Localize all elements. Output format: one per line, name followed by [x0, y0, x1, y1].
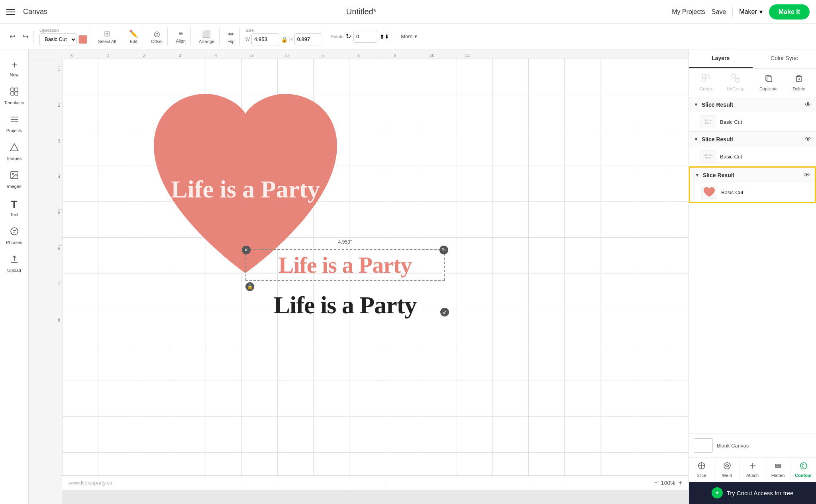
svg-rect-8 — [702, 75, 705, 78]
slice-item-1[interactable]: Life is a Party Basic Cut — [689, 112, 816, 131]
chevron-down-icon: ▾ — [414, 33, 417, 39]
slice-thumb-3 — [701, 186, 717, 199]
svg-marker-4 — [10, 144, 18, 151]
svg-rect-12 — [736, 79, 739, 82]
sidebar-item-templates[interactable]: Templates — [2, 83, 27, 109]
canvas-area[interactable]: 0 1 2 3 4 5 6 7 8 9 10 11 1 2 3 4 5 — [29, 49, 688, 504]
project-title[interactable]: Untitled* — [346, 7, 377, 16]
duplicate-icon — [764, 74, 773, 85]
cricut-banner[interactable]: ✦ Try Cricut Access for free — [689, 482, 816, 504]
eye-icon-1[interactable]: 👁 — [805, 101, 811, 108]
maker-dropdown[interactable]: Maker ▾ — [739, 8, 762, 16]
attach-button[interactable]: Attach — [740, 458, 765, 482]
shapes-icon — [10, 143, 19, 154]
undo-button[interactable]: ↩ — [7, 31, 18, 43]
ruler-left-mark-8: 8 — [58, 317, 62, 353]
more-button[interactable]: More ▾ — [398, 32, 420, 41]
dimension-label: 4.953" — [336, 239, 354, 245]
eye-icon-3[interactable]: 👁 — [804, 172, 810, 179]
size-group: Size W 🔒 H — [243, 28, 325, 45]
arrange-icon: ⬜ — [202, 29, 211, 38]
ungroup-button[interactable]: UnGroup — [724, 72, 748, 93]
my-projects-button[interactable]: My Projects — [672, 8, 705, 16]
sidebar-item-projects[interactable]: Projects — [2, 111, 27, 137]
arrange-button[interactable]: ⬜ Arrange — [196, 28, 217, 45]
tab-color-sync[interactable]: Color Sync — [753, 49, 816, 68]
select-all-group: ⊞ Select All — [93, 28, 121, 45]
flip-button[interactable]: ⇔ Flip — [225, 28, 237, 45]
sidebar-item-text[interactable]: T Text — [2, 194, 27, 221]
sidebar-item-shapes[interactable]: Shapes — [2, 139, 27, 165]
text-icon: T — [11, 198, 18, 211]
svg-rect-22 — [775, 464, 781, 465]
width-input[interactable] — [251, 33, 279, 45]
svg-rect-1 — [15, 88, 18, 91]
svg-rect-14 — [767, 77, 772, 82]
handle-top-left[interactable]: ✕ — [242, 246, 251, 254]
canvas-grid[interactable]: Life is a Party 4.953" ✕ ↻ Life is a Par… — [62, 58, 688, 490]
rotate-group: Rotate ↻ ⬆⬇ — [328, 31, 392, 43]
text-label: Text — [10, 212, 18, 217]
text-pink[interactable]: Life is a Party — [248, 252, 442, 278]
ruler-left-mark-4: 4 — [58, 174, 62, 209]
zoom-in-button[interactable]: + — [679, 479, 682, 486]
height-input[interactable] — [294, 33, 322, 45]
rotate-input[interactable] — [353, 31, 377, 43]
slice-header-2[interactable]: ▼ Slice Result 👁 — [689, 132, 816, 147]
sidebar-item-upload[interactable]: Upload — [2, 250, 27, 277]
operation-dropdown[interactable]: Basic Cut — [39, 33, 77, 45]
operation-label: Operation — [39, 28, 87, 33]
slice-title-3: Slice Result — [703, 172, 800, 178]
slice-button[interactable]: Slice — [689, 458, 714, 482]
rotate-stepper[interactable]: ⬆⬇ — [380, 33, 389, 40]
handle-top-right[interactable]: ↻ — [439, 246, 448, 254]
group-button[interactable]: Group — [696, 72, 715, 93]
slice-header-3[interactable]: ▼ Slice Result 👁 — [690, 168, 815, 183]
contour-button[interactable]: Contour — [791, 458, 816, 482]
save-button[interactable]: Save — [712, 8, 726, 16]
make-it-button[interactable]: Make It — [769, 4, 810, 20]
selection-box: 4.953" ✕ ↻ Life is a Party — [245, 249, 445, 281]
right-panel: Layers Color Sync Group — [688, 49, 816, 504]
eye-icon-2[interactable]: 👁 — [805, 136, 811, 143]
flatten-button[interactable]: Flatten — [765, 458, 791, 482]
delete-icon — [794, 74, 803, 85]
edit-button[interactable]: ✏️ Edit — [127, 28, 140, 45]
ruler-left-mark-7: 7 — [58, 281, 62, 317]
handle-bottom-right[interactable]: ↙ — [440, 308, 449, 316]
selected-text-group[interactable]: 4.953" ✕ ↻ Life is a Party 🔒 Life is a P… — [245, 249, 445, 319]
sidebar-item-new[interactable]: ＋ New — [2, 54, 27, 81]
operation-select-row: Basic Cut — [39, 33, 87, 45]
tab-layers[interactable]: Layers — [689, 49, 753, 68]
svg-rect-15 — [796, 77, 801, 82]
watermark: www.lifeisaparty.ca — [69, 480, 112, 486]
title-center: Untitled* — [55, 7, 667, 16]
more-group: More ▾ — [395, 32, 423, 41]
sidebar-item-images[interactable]: Images — [2, 166, 27, 193]
redo-button[interactable]: ↪ — [20, 31, 31, 43]
duplicate-button[interactable]: Duplicate — [756, 72, 781, 93]
divider — [732, 7, 733, 17]
offset-button[interactable]: ◎ Offset — [149, 28, 165, 45]
delete-button[interactable]: Delete — [789, 72, 808, 93]
sidebar-item-phrases[interactable]: Phrases — [2, 223, 27, 249]
size-label: Size — [245, 28, 322, 33]
color-swatch[interactable] — [78, 35, 87, 44]
select-all-button[interactable]: ⊞ Select All — [96, 28, 118, 45]
flip-group: ⇔ Flip — [223, 28, 240, 45]
upload-label: Upload — [7, 268, 21, 273]
align-button[interactable]: ≡ Align — [173, 28, 188, 45]
weld-button[interactable]: Weld — [714, 458, 740, 482]
slice-item-2[interactable]: Life is a Party Basic Cut — [689, 147, 816, 166]
lock-icon: 🔒 — [281, 36, 288, 43]
zoom-out-button[interactable]: − — [654, 479, 658, 486]
handle-bottom-left[interactable]: 🔒 — [245, 282, 254, 291]
chevron-icon-3: ▼ — [695, 172, 700, 178]
slice-item-3[interactable]: Basic Cut — [690, 183, 815, 202]
menu-button[interactable] — [6, 9, 15, 15]
text-black[interactable]: Life is a Party — [245, 291, 445, 319]
slice-header-1[interactable]: ▼ Slice Result 👁 — [689, 97, 816, 112]
svg-rect-23 — [775, 466, 781, 467]
left-sidebar: ＋ New Templates Projects — [0, 49, 29, 504]
edit-group: ✏️ Edit — [124, 28, 143, 45]
